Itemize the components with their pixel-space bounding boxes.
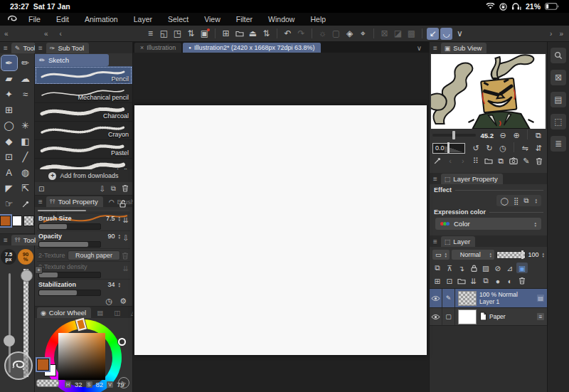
sub-color-swatch[interactable] <box>12 216 23 226</box>
brush-crayon[interactable]: Crayon <box>35 122 132 140</box>
transfer-down-icon[interactable]: ⇊ <box>468 275 479 286</box>
clip-studio-float-button[interactable] <box>4 351 33 380</box>
expand-property-icon[interactable]: + <box>35 266 43 274</box>
layer-visibility-icon[interactable] <box>430 314 442 320</box>
brush-chalk[interactable]: Chalk <box>35 159 132 169</box>
clear-selection-icon[interactable]: ◈ <box>344 28 356 40</box>
new-raster-layer-icon[interactable]: ⊞ <box>432 275 443 286</box>
open-image-icon[interactable] <box>483 155 494 166</box>
texture-select-button[interactable]: Rough paper <box>68 250 120 260</box>
edit-image-icon[interactable]: ✎ <box>521 155 531 166</box>
subview-menu-icon[interactable]: ≡ <box>432 44 439 53</box>
quick-zoom-icon[interactable] <box>551 48 566 63</box>
select-options-icon[interactable]: ☼ <box>317 28 329 40</box>
tab-tool-property[interactable]: ⫯⫯Tool Property <box>46 196 103 207</box>
import-download-icon[interactable]: ⇩ <box>99 185 105 193</box>
redo-icon[interactable]: ↷ <box>295 28 307 40</box>
delete-subtool-icon[interactable] <box>122 184 129 194</box>
main-color-swatch[interactable] <box>0 216 11 226</box>
tool-selection[interactable]: ◯ <box>1 118 17 133</box>
flip-vertical-icon[interactable]: ⇵ <box>533 142 544 154</box>
layer-edit-state-icon[interactable]: ✎ <box>442 289 455 307</box>
layer-panel-toggle-icon[interactable]: ≣ <box>551 136 566 152</box>
property-slider[interactable] <box>38 241 101 248</box>
main-menu-icon[interactable]: ≡ <box>144 28 156 40</box>
layer-menu-icon[interactable]: ≡ <box>537 313 544 320</box>
value-stepper-icon[interactable]: ▴▾ <box>118 282 120 287</box>
property-slider[interactable] <box>38 223 101 230</box>
menu-file[interactable]: File <box>21 15 48 23</box>
reset-all-icon[interactable]: ◷ <box>106 297 113 306</box>
tool-spacer[interactable] <box>18 102 33 117</box>
lock-alpha-icon[interactable]: ▨ <box>480 263 491 273</box>
brush-size-badge[interactable]: 7.5px <box>1 249 16 265</box>
toolbar-more-icon[interactable]: ∨ <box>454 28 466 40</box>
tool-line[interactable]: ╱ <box>18 149 33 164</box>
tool-eraser[interactable]: ▰ <box>1 71 17 86</box>
reset-rotation-icon[interactable]: ◷ <box>497 142 509 154</box>
subtool-panel-menu-icon[interactable]: ≡ <box>37 44 44 53</box>
image-list-icon[interactable]: ⠿ <box>470 155 481 166</box>
layer-row-layer-1[interactable]: ✎100 % NormalLayer 1▤ <box>430 289 547 308</box>
deselect-icon[interactable]: ▢ <box>330 28 342 40</box>
value-stepper-icon[interactable]: ▴▾ <box>118 233 120 239</box>
clip-studio-logo-icon[interactable] <box>7 15 18 24</box>
transparent-strip[interactable] <box>36 379 59 387</box>
tool-panel-menu-icon[interactable]: ≡ <box>2 44 9 53</box>
tool-pencil[interactable]: ✏ <box>18 55 33 70</box>
export-canvas-icon[interactable]: ◳ <box>171 28 184 40</box>
tool-airbrush[interactable]: ☁ <box>18 71 33 86</box>
brush-charcoal[interactable]: Charcoal <box>35 103 132 122</box>
navigator-icon[interactable]: ⊠ <box>551 70 566 85</box>
save-file-icon[interactable]: ⏏ <box>247 28 259 40</box>
sv-selector[interactable] <box>118 338 126 346</box>
switch-image-icon[interactable]: ⧉ <box>533 129 544 141</box>
menu-help[interactable]: Help <box>302 15 334 23</box>
tone-effect-icon[interactable]: ⣿ <box>514 197 519 205</box>
property-slider[interactable] <box>38 272 101 278</box>
layer-panel-menu-icon[interactable]: ≡ <box>432 238 439 247</box>
tool-frame-border[interactable]: ⊞ <box>1 102 17 117</box>
delete-layer-icon[interactable] <box>516 275 528 286</box>
opacity-slider-handle[interactable] <box>21 270 33 282</box>
brush-size-slider-handle[interactable] <box>4 335 15 346</box>
selection-mode-2-icon[interactable]: ◪ <box>392 28 404 40</box>
property-action-icon[interactable]: ⇊ <box>123 216 129 224</box>
fill-circle-icon[interactable]: ● <box>492 275 504 286</box>
subview-toggle-icon[interactable]: ▤ <box>551 92 566 107</box>
palette-mode-button[interactable]: ▭▴▾ <box>432 250 450 260</box>
unlock-icon[interactable] <box>119 200 127 209</box>
subtool-group-sketch[interactable]: ✏ Sketch <box>35 54 109 66</box>
subview-rotation-field[interactable]: 0.0 <box>432 143 465 154</box>
rotate-cw-icon[interactable]: ↻ <box>484 142 495 154</box>
next-image-icon[interactable]: › <box>458 155 469 166</box>
canvas-document[interactable] <box>134 105 427 355</box>
swap-panels-icon[interactable]: ⇅ <box>185 28 197 40</box>
close-tab-icon[interactable]: × <box>140 44 144 51</box>
effect-stepper-icon[interactable]: ▴▾ <box>535 198 537 203</box>
tool-hand[interactable]: ☞ <box>1 196 17 211</box>
open-file-icon[interactable] <box>233 28 245 40</box>
layer-color-effect-icon[interactable]: ⧉ <box>523 196 528 205</box>
blend-mode-dropdown[interactable]: Normal▴▾ <box>452 250 494 260</box>
border-effect-icon[interactable]: ◯ <box>501 197 509 205</box>
expression-color-dropdown[interactable]: Color ▴▾ <box>435 218 541 230</box>
workspace-icon[interactable]: ◱ <box>158 28 170 40</box>
select-mode-icon[interactable]: ⊡ <box>38 185 44 193</box>
opacity-badge[interactable]: 90% <box>18 249 33 265</box>
transparent-color-swatch[interactable] <box>23 216 34 226</box>
layer-property-menu-icon[interactable]: ≡ <box>432 175 439 184</box>
layer-visibility-icon[interactable] <box>430 295 442 302</box>
cw-main-color-swatch[interactable] <box>37 359 49 371</box>
tool-text[interactable]: A <box>1 165 17 180</box>
undo-icon[interactable]: ↶ <box>282 28 294 40</box>
zoom-out-icon[interactable]: ⊖ <box>497 129 509 141</box>
canvas-area[interactable] <box>133 53 429 392</box>
new-folder-icon[interactable] <box>456 275 467 286</box>
brush-pastel[interactable]: Pastel <box>35 140 132 159</box>
tab-color-sliders[interactable]: ◫ <box>110 307 125 318</box>
menu-view[interactable]: View <box>196 15 228 23</box>
flip-horizontal-icon[interactable]: ⇋ <box>519 142 531 154</box>
tone-icon[interactable]: ⊼ <box>444 263 455 273</box>
tab-color-set[interactable]: ▤ <box>93 307 108 318</box>
